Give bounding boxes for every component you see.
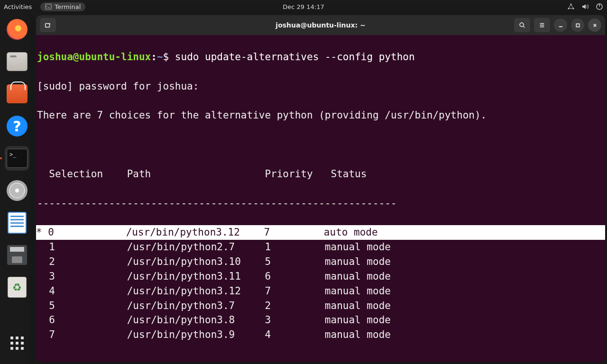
trash-icon [8, 277, 27, 298]
search-icon [519, 22, 525, 28]
titlebar[interactable]: joshua@ubuntu-linux: ~ [36, 15, 605, 35]
clock[interactable]: Dec 29 14:17 [283, 3, 324, 10]
dock-item-save[interactable] [5, 243, 29, 267]
activities-button[interactable]: Activities [4, 3, 32, 10]
dock-item-trash[interactable] [5, 275, 29, 300]
terminal-viewport[interactable]: joshua@ubuntu-linux:~$ sudo update-alter… [36, 35, 605, 362]
show-applications-button[interactable] [10, 337, 24, 350]
hamburger-icon [539, 22, 545, 28]
close-icon [592, 23, 598, 28]
table-row: 3 /usr/bin/python3.11 6 manual mode [36, 269, 605, 284]
diskette-icon [7, 245, 27, 265]
sudo-password-line: [sudo] password for joshua: [36, 79, 605, 94]
prompt-symbol: $ [163, 51, 169, 63]
network-icon[interactable] [567, 3, 575, 10]
active-app-label: Terminal [55, 3, 81, 10]
table-row: 4 /usr/bin/python3.12 7 manual mode [36, 284, 605, 299]
maximize-icon [575, 23, 580, 28]
minimize-icon [558, 23, 563, 28]
svg-line-8 [524, 27, 525, 28]
terminal-icon [45, 3, 52, 10]
terminal-icon [7, 149, 28, 168]
dock-item-firefox[interactable] [5, 17, 29, 42]
dock-item-text-editor[interactable] [5, 210, 29, 235]
dock-item-files[interactable] [5, 49, 29, 74]
svg-point-7 [520, 23, 524, 27]
help-icon: ? [7, 116, 28, 136]
software-icon [7, 84, 28, 103]
terminal-window: joshua@ubuntu-linux: ~ joshua@ubuntu-lin… [36, 15, 605, 362]
maximize-button[interactable] [571, 18, 584, 32]
dock-item-terminal[interactable] [5, 146, 29, 171]
firefox-icon [7, 19, 28, 40]
menu-button[interactable] [534, 18, 550, 32]
table-row: 2 /usr/bin/python3.10 5 manual mode [36, 255, 605, 269]
dock-item-software[interactable] [5, 82, 29, 106]
files-icon [7, 52, 28, 71]
prompt-path: ~ [157, 51, 163, 63]
table-divider: ----------------------------------------… [36, 196, 605, 211]
new-tab-icon [45, 22, 51, 28]
command-text: sudo update-alternatives --config python [175, 51, 415, 63]
new-tab-button[interactable] [40, 18, 56, 32]
table-header: Selection Path Priority Status [36, 167, 605, 182]
dock-item-disks[interactable] [5, 178, 29, 203]
prompt-line: joshua@ubuntu-linux:~$ sudo update-alter… [36, 50, 605, 64]
prompt-user-host: joshua@ubuntu-linux [37, 51, 151, 63]
table-row: 5 /usr/bin/python3.7 2 manual mode [36, 299, 605, 313]
table-row: * 0 /usr/bin/python3.12 7 auto mode [36, 225, 605, 240]
power-icon[interactable] [596, 3, 603, 10]
top-panel: Activities Terminal Dec 29 14:17 [0, 0, 607, 13]
close-button[interactable] [588, 18, 601, 32]
dock: ? [0, 13, 34, 364]
dock-item-help[interactable]: ? [5, 114, 29, 138]
text-editor-icon [8, 212, 27, 234]
svg-rect-13 [576, 24, 579, 27]
active-app-indicator[interactable]: Terminal [40, 2, 85, 11]
volume-icon[interactable] [581, 3, 589, 10]
intro-line: There are 7 choices for the alternative … [36, 108, 605, 123]
disc-icon [7, 180, 28, 201]
table-row: 6 /usr/bin/python3.8 3 manual mode [36, 313, 605, 328]
svg-rect-0 [46, 4, 51, 9]
search-button[interactable] [514, 18, 530, 32]
minimize-button[interactable] [554, 18, 567, 32]
table-row: 1 /usr/bin/python2.7 1 manual mode [36, 240, 605, 255]
table-row: 7 /usr/bin/python3.9 4 manual mode [36, 328, 605, 342]
window-title: joshua@ubuntu-linux: ~ [276, 21, 365, 29]
